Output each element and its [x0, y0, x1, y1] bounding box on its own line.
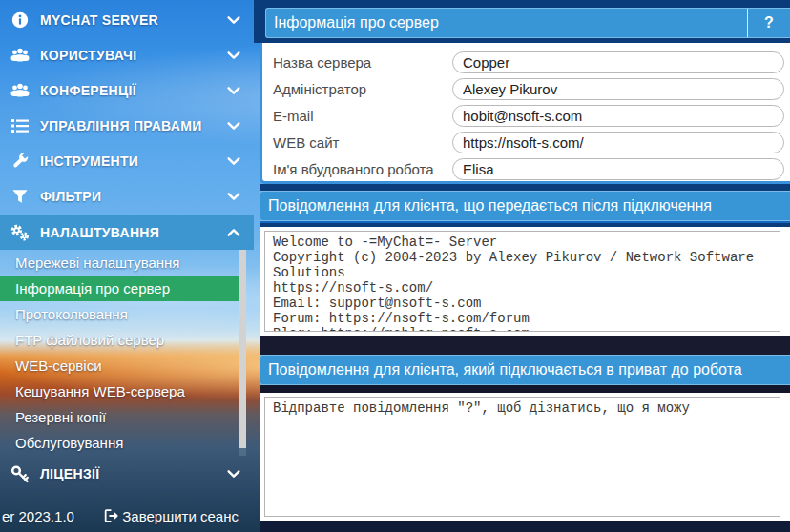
logout-label: Завершити сеанс — [122, 508, 239, 524]
welcome-message-section-header: Повідомлення для клієнта, що передається… — [260, 191, 790, 221]
main-content: Інформація про сервер ? Назва сервера Ад… — [254, 0, 790, 532]
submenu-item-web-cache[interactable]: Кешування WEB-сервера — [0, 379, 239, 404]
sidebar-item-label: ЛІЦЕНЗІЇ — [40, 466, 225, 481]
chevron-down-icon — [225, 11, 242, 29]
submenu-item-ftp[interactable]: FTP файловий сервер — [0, 327, 239, 353]
sidebar-item-settings[interactable]: НАЛАШТУВАННЯ — [0, 215, 254, 250]
conference-icon — [8, 80, 32, 101]
form-row: Ім'я вбудованого робота — [273, 156, 784, 182]
wrench-icon — [8, 151, 32, 172]
website-input[interactable] — [452, 132, 784, 153]
page-header-frame: Інформація про сервер ? — [254, 0, 790, 43]
spacer — [260, 184, 790, 191]
welcome-message-textarea[interactable]: Welcome to -=MyChat=- Server Copyright (… — [264, 231, 780, 332]
bottom-strip — [260, 521, 790, 532]
submenu-scrollbar[interactable] — [239, 250, 246, 456]
chevron-down-icon — [225, 82, 242, 99]
submenu-scrollbar-thumb[interactable] — [239, 250, 246, 448]
submenu-item-network[interactable]: Мережеві налаштування — [0, 250, 239, 276]
submenu-item-logging[interactable]: Протоколювання — [0, 301, 239, 327]
gears-icon — [8, 222, 32, 243]
sidebar-item-conferences[interactable]: КОНФЕРЕНЦІЇ — [0, 72, 254, 108]
form-row: WEB сайт — [273, 130, 784, 155]
chevron-down-icon — [225, 188, 242, 205]
form-row: Назва сервера — [273, 50, 784, 75]
logout-button[interactable]: Завершити сеанс — [103, 508, 239, 524]
server-info-form: Назва сервера Адміністратор E-mail WEB с… — [260, 43, 790, 184]
page-title-bar: Інформація про сервер ? — [265, 8, 790, 38]
chevron-down-icon — [225, 117, 242, 134]
submenu-item-backups[interactable]: Резервні копії — [0, 404, 239, 430]
chevron-up-icon — [225, 224, 242, 241]
administrator-label: Адміністратор — [273, 81, 452, 97]
email-label: E-mail — [273, 108, 452, 124]
server-version: er 2023.1.0 — [2, 508, 74, 524]
submenu-item-server-info[interactable]: Інформація про сервер — [0, 276, 239, 301]
bot-private-message-textarea[interactable]: Відправте повідомлення "?", щоб дізнатис… — [264, 397, 780, 517]
sidebar-item-label: УПРАВЛІННЯ ПРАВАМИ — [40, 118, 225, 133]
sidebar: MYCHAT SERVER КОРИСТУВАЧІ КОНФЕРЕНЦІЇ УП… — [0, 0, 254, 532]
settings-submenu: Мережеві налаштування Інформація про сер… — [0, 250, 254, 456]
bot-name-label: Ім'я вбудованого робота — [273, 161, 452, 177]
logout-icon — [103, 508, 118, 523]
users-icon — [8, 45, 32, 66]
help-button[interactable]: ? — [748, 14, 790, 31]
chevron-down-icon — [225, 47, 242, 64]
form-row: Адміністратор — [273, 76, 784, 102]
bot-name-input[interactable] — [452, 158, 784, 180]
bot-private-message-panel: Відправте повідомлення "?", щоб дізнатис… — [260, 393, 790, 521]
sidebar-footer: er 2023.1.0 Завершити сеанс — [0, 503, 254, 532]
server-name-input[interactable] — [452, 51, 784, 73]
list-icon — [8, 115, 32, 136]
form-row: E-mail — [273, 103, 784, 129]
sidebar-item-licenses[interactable]: ЛІЦЕНЗІЇ — [0, 456, 254, 491]
welcome-message-panel: Welcome to -=MyChat=- Server Copyright (… — [260, 227, 790, 336]
sidebar-item-label: КОРИСТУВАЧІ — [40, 48, 225, 63]
sidebar-item-rights[interactable]: УПРАВЛІННЯ ПРАВАМИ — [0, 108, 254, 143]
filter-icon — [8, 186, 32, 207]
key-icon — [8, 463, 32, 484]
sidebar-item-users[interactable]: КОРИСТУВАЧІ — [0, 37, 254, 72]
sidebar-item-tools[interactable]: ІНСТРУМЕНТИ — [0, 143, 254, 178]
chevron-down-icon — [225, 153, 242, 170]
website-label: WEB сайт — [273, 134, 452, 151]
sidebar-item-label: ФІЛЬТРИ — [40, 189, 225, 204]
sidebar-item-label: MYCHAT SERVER — [40, 12, 225, 28]
info-icon — [8, 10, 32, 31]
email-input[interactable] — [452, 105, 784, 127]
submenu-item-maintenance[interactable]: Обслуговування — [0, 430, 239, 456]
sidebar-item-filters[interactable]: ФІЛЬТРИ — [0, 178, 254, 214]
sidebar-item-label: НАЛАШТУВАННЯ — [40, 225, 225, 240]
chevron-down-icon — [225, 465, 242, 482]
sidebar-item-mychat-server[interactable]: MYCHAT SERVER — [0, 2, 254, 37]
administrator-input[interactable] — [452, 78, 784, 100]
bot-private-message-section-header: Повідомлення для клієнта, який підключає… — [260, 355, 790, 385]
spacer — [260, 336, 790, 355]
sidebar-item-label: ІНСТРУМЕНТИ — [40, 153, 225, 169]
spacer — [260, 385, 790, 393]
sidebar-item-label: КОНФЕРЕНЦІЇ — [40, 83, 225, 98]
page-title: Інформація про сервер — [266, 14, 747, 31]
submenu-item-web-services[interactable]: WEB-сервіси — [0, 353, 239, 379]
server-name-label: Назва сервера — [273, 54, 452, 71]
